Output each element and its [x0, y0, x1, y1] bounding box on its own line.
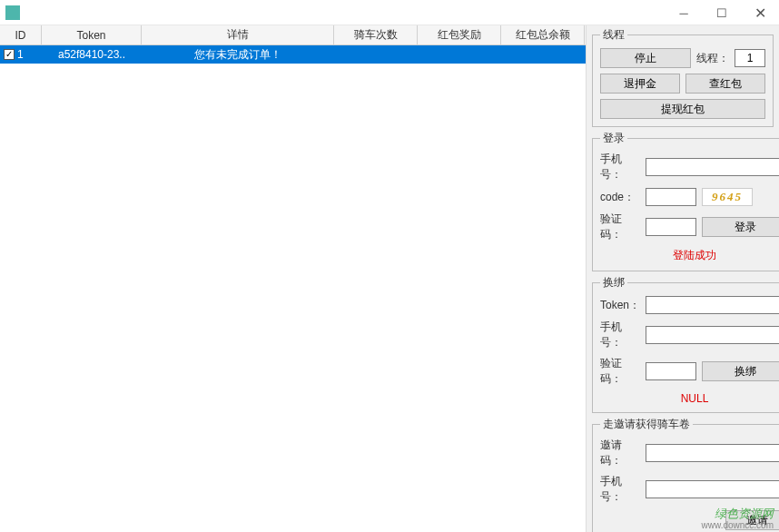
- col-reward[interactable]: 红包奖励: [418, 25, 501, 44]
- col-token[interactable]: Token: [42, 25, 142, 44]
- rebind-status: NULL: [600, 392, 779, 405]
- close-button[interactable]: ✕: [741, 0, 779, 25]
- cell-id: 1: [17, 48, 24, 61]
- login-legend: 登录: [600, 131, 627, 146]
- rebind-verify-input[interactable]: [646, 362, 696, 380]
- code-label: code：: [600, 190, 640, 205]
- rebind-legend: 换绑: [600, 275, 627, 291]
- withdraw-button[interactable]: 提现红包: [600, 99, 765, 119]
- invite-legend: 走邀请获得骑车卷: [600, 417, 693, 432]
- code-input[interactable]: [646, 188, 696, 206]
- col-count[interactable]: 骑车次数: [334, 25, 418, 44]
- login-button[interactable]: 登录: [702, 217, 779, 237]
- data-grid: ID Token 详情 骑车次数 红包奖励 红包总余额 ✓ 1 a52f8410…: [0, 25, 587, 532]
- invite-phone-input[interactable]: [646, 480, 779, 498]
- captcha-image[interactable]: 9645: [702, 188, 753, 206]
- verify-label: 验证码：: [600, 212, 640, 242]
- rebind-button[interactable]: 换绑: [702, 361, 779, 381]
- invite-button[interactable]: 邀请: [725, 510, 779, 530]
- table-row[interactable]: ✓ 1 a52f8410-23.. 您有未完成订单！: [0, 45, 586, 64]
- col-id[interactable]: ID: [0, 25, 42, 44]
- rebind-phone-label: 手机号：: [600, 320, 640, 350]
- invite-panel: 走邀请获得骑车卷 邀请码： 手机号： 邀请: [592, 417, 779, 532]
- invite-code-label: 邀请码：: [600, 438, 640, 468]
- login-panel: 登录 手机号： code： 9645 验证码： 登录 登陆成功: [592, 131, 779, 271]
- invite-code-input[interactable]: [646, 444, 779, 462]
- stop-button[interactable]: 停止: [600, 48, 691, 68]
- phone-input[interactable]: [646, 158, 779, 176]
- rebind-panel: 换绑 Token： 手机号： 验证码： 换绑 NULL: [592, 275, 779, 413]
- login-status: 登陆成功: [600, 248, 779, 263]
- thread-legend: 线程: [600, 27, 627, 43]
- cell-token: a52f8410-23..: [42, 48, 142, 61]
- thread-input[interactable]: [735, 49, 765, 67]
- rebind-token-label: Token：: [600, 298, 640, 313]
- verify-input[interactable]: [646, 218, 696, 236]
- cell-detail: 您有未完成订单！: [142, 47, 334, 63]
- maximize-button[interactable]: ☐: [703, 0, 741, 25]
- thread-panel: 线程 停止 线程： 退押金 查红包 提现红包: [592, 27, 774, 127]
- thread-label: 线程：: [696, 51, 729, 66]
- rebind-verify-label: 验证码：: [600, 356, 640, 387]
- minimize-button[interactable]: ─: [665, 0, 703, 25]
- app-icon: [5, 5, 20, 20]
- rebind-phone-input[interactable]: [646, 326, 779, 344]
- col-detail[interactable]: 详情: [142, 25, 334, 44]
- row-checkbox[interactable]: ✓: [4, 49, 15, 60]
- rebind-token-input[interactable]: [646, 296, 779, 314]
- invite-phone-label: 手机号：: [600, 474, 640, 505]
- check-redpack-button[interactable]: 查红包: [685, 74, 765, 94]
- titlebar: ─ ☐ ✕: [0, 0, 779, 25]
- col-balance[interactable]: 红包总余额: [501, 25, 585, 44]
- refund-button[interactable]: 退押金: [600, 74, 680, 94]
- phone-label: 手机号：: [600, 152, 640, 182]
